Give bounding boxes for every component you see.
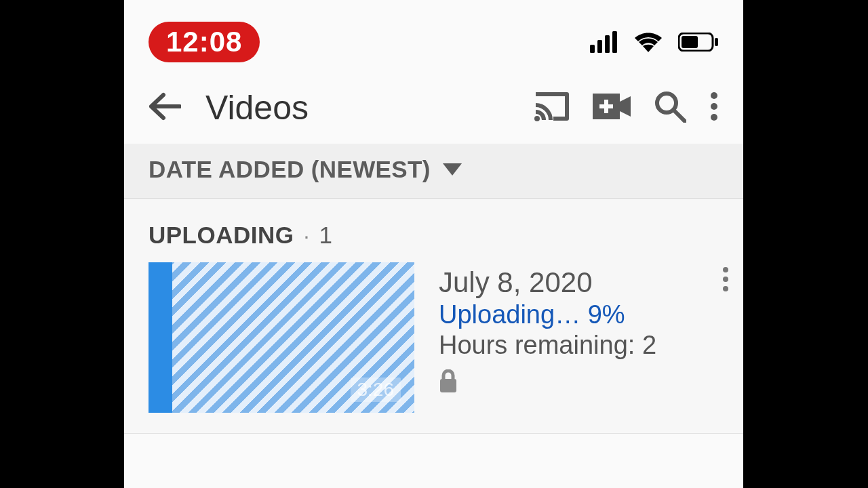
upload-remaining: Hours remaining: 2 — [439, 331, 656, 360]
video-duration-badge: 3:26 — [351, 378, 401, 402]
status-bar: 12:08 — [124, 0, 743, 69]
search-icon — [654, 90, 686, 123]
battery-icon — [678, 33, 719, 52]
lock-icon — [439, 369, 458, 392]
svg-point-16 — [711, 114, 717, 121]
svg-marker-9 — [620, 96, 631, 117]
svg-rect-1 — [597, 40, 602, 53]
svg-rect-0 — [590, 45, 595, 53]
svg-point-20 — [723, 277, 728, 282]
video-title: July 8, 2020 — [439, 266, 656, 299]
upload-progress-bar — [149, 262, 172, 413]
page-title: Videos — [205, 88, 309, 127]
upload-status: Uploading… 9% — [439, 300, 656, 329]
section-uploading-header: UPLOADING · 1 — [124, 199, 743, 262]
svg-rect-11 — [599, 104, 613, 108]
kebab-icon — [722, 266, 730, 292]
status-clock: 12:08 — [149, 22, 260, 62]
svg-rect-3 — [612, 31, 617, 53]
wifi-icon — [633, 31, 663, 53]
sort-label: DATE ADDED (NEWEST) — [149, 156, 431, 183]
cast-icon — [533, 92, 570, 121]
section-title: UPLOADING — [149, 222, 294, 249]
svg-point-14 — [711, 92, 717, 99]
cast-button[interactable] — [533, 92, 570, 124]
video-row[interactable]: 3:26 July 8, 2020 Uploading… 9% Hours re… — [124, 262, 743, 434]
create-video-button[interactable] — [593, 94, 631, 122]
video-thumbnail[interactable]: 3:26 — [149, 262, 414, 413]
svg-point-15 — [711, 103, 717, 110]
private-badge — [439, 369, 656, 395]
svg-point-21 — [723, 286, 728, 291]
svg-rect-18 — [440, 379, 456, 392]
section-count: 1 — [319, 222, 332, 249]
video-overflow-button[interactable] — [722, 262, 730, 295]
svg-point-19 — [723, 267, 728, 272]
status-icons — [590, 31, 719, 53]
overflow-menu-button[interactable] — [709, 92, 719, 124]
arrow-left-icon — [149, 92, 181, 121]
svg-rect-2 — [605, 35, 610, 53]
chevron-down-icon — [443, 163, 462, 176]
video-info: July 8, 2020 Uploading… 9% Hours remaini… — [439, 262, 656, 395]
kebab-icon — [709, 92, 719, 121]
back-button[interactable] — [149, 92, 181, 123]
sort-selector[interactable]: DATE ADDED (NEWEST) — [124, 144, 743, 199]
svg-rect-6 — [715, 38, 718, 46]
app-toolbar: Videos — [124, 69, 743, 144]
app-window: 12:08 — [124, 0, 743, 488]
cellular-icon — [590, 31, 618, 53]
camera-plus-icon — [593, 94, 631, 119]
svg-rect-5 — [682, 36, 698, 48]
content-scroll[interactable]: UPLOADING · 1 3:26 July 8, 2020 Uploadin… — [124, 199, 743, 434]
svg-point-7 — [534, 116, 540, 121]
svg-line-13 — [674, 110, 685, 121]
search-button[interactable] — [654, 90, 686, 125]
svg-marker-17 — [443, 163, 462, 176]
